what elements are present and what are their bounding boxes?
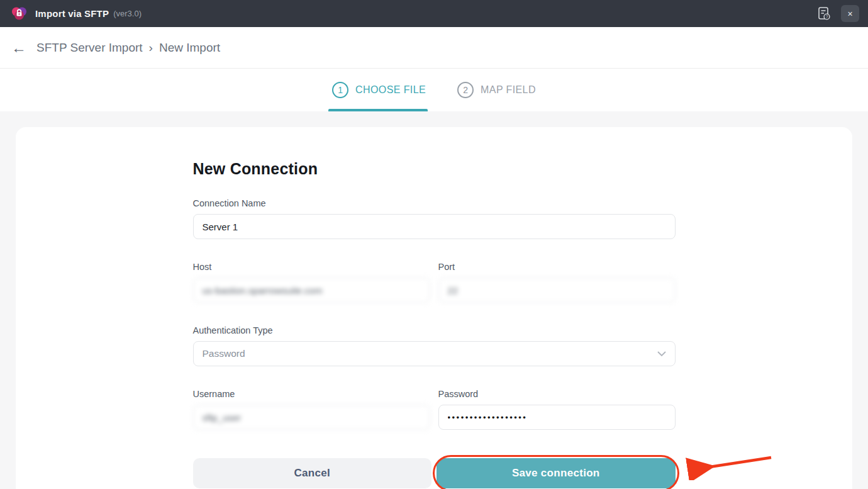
breadcrumb-current: New Import — [159, 41, 220, 55]
cancel-button[interactable]: Cancel — [193, 458, 432, 488]
document-help-icon[interactable]: ? — [817, 6, 831, 21]
username-group: Username — [193, 389, 430, 430]
back-arrow-icon[interactable]: ← — [11, 40, 33, 55]
red-highlight-arrow-icon — [683, 452, 776, 480]
username-input[interactable] — [193, 405, 430, 430]
auth-type-label: Authentication Type — [193, 325, 676, 335]
step-2-number: 2 — [457, 82, 474, 98]
password-input[interactable] — [438, 405, 676, 430]
breadcrumb: SFTP Server Import › New Import — [36, 41, 220, 55]
password-label: Password — [438, 389, 676, 399]
username-label: Username — [193, 389, 430, 399]
host-group: Host — [193, 262, 430, 303]
app-version: (ver3.0) — [113, 9, 142, 18]
connection-name-group: Connection Name — [193, 198, 676, 239]
breadcrumb-separator: › — [149, 41, 153, 55]
connection-name-input[interactable] — [193, 214, 676, 239]
auth-type-group: Authentication Type Password — [193, 325, 676, 366]
connection-name-label: Connection Name — [193, 198, 676, 208]
step-1-number: 1 — [332, 82, 348, 98]
close-button[interactable]: × — [841, 5, 859, 22]
app-logo-icon — [11, 6, 27, 21]
step-2-label: MAP FIELD — [481, 84, 536, 96]
save-connection-button[interactable]: Save connection — [437, 458, 676, 488]
svg-text:?: ? — [826, 14, 828, 19]
port-input[interactable] — [438, 278, 676, 303]
port-group: Port — [438, 262, 676, 303]
host-label: Host — [193, 262, 430, 272]
breadcrumb-bar: ← SFTP Server Import › New Import — [0, 27, 868, 69]
connection-card: New Connection Connection Name Host Port… — [16, 127, 852, 489]
auth-type-value: Password — [203, 348, 245, 359]
page-title: New Connection — [193, 160, 676, 178]
app-title: Import via SFTP — [35, 8, 109, 19]
port-label: Port — [438, 262, 676, 272]
wizard-steps: 1 CHOOSE FILE 2 MAP FIELD — [0, 69, 868, 111]
chevron-down-icon — [657, 351, 666, 357]
close-icon: × — [847, 9, 852, 18]
titlebar: Import via SFTP (ver3.0) ? × — [0, 0, 868, 27]
host-input[interactable] — [193, 278, 430, 303]
step-choose-file[interactable]: 1 CHOOSE FILE — [332, 69, 426, 111]
password-group: Password — [438, 389, 676, 430]
main-area: New Connection Connection Name Host Port… — [0, 127, 868, 489]
breadcrumb-parent[interactable]: SFTP Server Import — [36, 41, 143, 55]
form-buttons: Cancel Save connection — [193, 458, 676, 488]
step-1-label: CHOOSE FILE — [355, 84, 426, 96]
step-map-field[interactable]: 2 MAP FIELD — [457, 69, 536, 111]
auth-type-select[interactable]: Password — [193, 341, 676, 366]
